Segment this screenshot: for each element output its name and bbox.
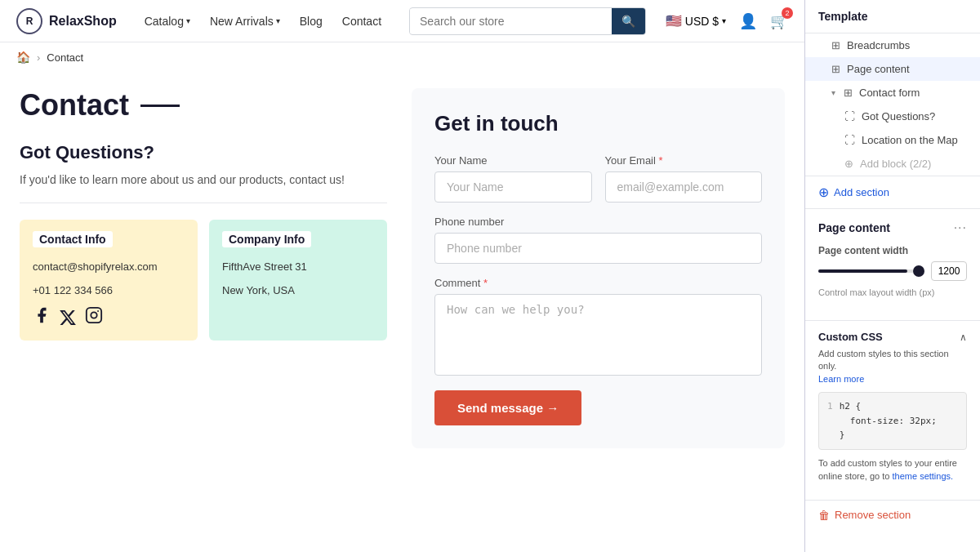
nav-blog[interactable]: Blog [292, 11, 331, 31]
email-required: * [659, 154, 663, 167]
tree-item-add-block[interactable]: ⊕ Add block (2/2) [805, 152, 980, 176]
css-editor[interactable]: 1h2 { font-size: 32px; } [818, 392, 967, 450]
panel-header: Template [805, 0, 980, 33]
breadcrumb-home[interactable]: 🏠 [16, 51, 30, 64]
settings-section: Page content ··· Page content width 1200… [805, 208, 980, 320]
grid-icon: ⊞ [831, 39, 840, 51]
grid-icon: ⊞ [831, 63, 840, 75]
twitter-x-icon[interactable] [59, 306, 77, 329]
corners-icon: ⛶ [844, 110, 855, 122]
plus-icon: ⊕ [844, 158, 853, 170]
logo[interactable]: R RelaxShop [16, 8, 117, 34]
tree-label-got-questions: Got Questions? [862, 110, 935, 122]
tree-item-got-questions[interactable]: ⛶ Got Questions? [805, 105, 980, 128]
add-section-button[interactable]: ⊕ Add section [805, 176, 980, 208]
company-info-title: Company Info [222, 231, 311, 247]
cart-icon[interactable]: 🛒 2 [770, 12, 788, 30]
name-input[interactable] [434, 171, 592, 203]
comment-required: * [483, 277, 488, 289]
nav-new-arrivals[interactable]: New Arrivals ▾ [202, 11, 288, 31]
breadcrumb-separator: › [37, 51, 40, 64]
width-slider-thumb[interactable] [913, 265, 924, 277]
flag-icon: 🇺🇸 [666, 13, 682, 29]
form-row-name-email: Your Name Your Email * [434, 154, 762, 203]
currency-label: USD $ [685, 15, 719, 28]
form-group-phone: Phone number [434, 216, 762, 264]
css-footer: To add custom styles to your entire onli… [818, 456, 967, 483]
send-button[interactable]: Send message → [434, 390, 581, 425]
company-address-line2: New York, USA [222, 283, 374, 300]
page-title: Contact [20, 88, 387, 122]
nav-contact[interactable]: Contact [334, 11, 390, 31]
contact-info-card: Contact Info contact@shopifyrelax.com +0… [20, 220, 198, 341]
breadcrumb: 🏠 › Contact [0, 42, 804, 72]
css-title: Custom CSS [818, 331, 883, 343]
company-address-line1: FifthAve Street 31 [222, 259, 374, 276]
width-value[interactable]: 1200 [931, 261, 967, 281]
company-info-card: Company Info FifthAve Street 31 New York… [209, 220, 387, 341]
form-title: Get in touch [434, 111, 762, 136]
phone-input[interactable] [434, 233, 762, 264]
settings-title-row: Page content ··· [818, 220, 967, 235]
chevron-down-icon: ▾ [831, 88, 835, 97]
currency-selector[interactable]: 🇺🇸 USD $ ▾ [666, 13, 726, 29]
contact-info-title: Contact Info [33, 231, 113, 247]
contact-phone: +01 122 334 566 [33, 283, 185, 300]
comment-label: Comment * [434, 277, 762, 289]
nav-catalog[interactable]: Catalog ▾ [136, 11, 198, 31]
right-column: Get in touch Your Name Your Email * [412, 88, 785, 536]
chevron-down-icon: ▾ [722, 16, 726, 25]
name-label: Your Name [434, 154, 592, 167]
css-line-num [827, 430, 833, 440]
got-questions-description: If you'd like to learn more about us and… [20, 173, 387, 186]
theme-settings-link[interactable]: theme settings. [893, 471, 954, 481]
chevron-up-icon[interactable]: ∧ [960, 332, 967, 343]
title-decoration [140, 105, 180, 107]
email-input[interactable] [605, 171, 763, 203]
contact-email: contact@shopifyrelax.com [33, 259, 185, 276]
instagram-icon[interactable] [85, 306, 103, 329]
search-button[interactable]: 🔍 [612, 8, 645, 34]
comment-textarea[interactable] [434, 294, 762, 376]
logo-icon: R [16, 8, 42, 34]
phone-label: Phone number [434, 216, 762, 228]
facebook-icon[interactable] [33, 306, 51, 329]
css-title-row: Custom CSS ∧ [818, 331, 967, 343]
width-slider-row: 1200 [818, 261, 967, 281]
search-input[interactable] [410, 9, 612, 33]
form-group-email: Your Email * [605, 154, 763, 203]
remove-section-button[interactable]: 🗑 Remove section [805, 500, 980, 530]
tree-item-breadcrumbs[interactable]: ⊞ Breadcrumbs [805, 33, 980, 57]
width-slider-track [818, 269, 923, 273]
form-group-name: Your Name [434, 154, 592, 203]
tree-label-page-content: Page content [847, 63, 910, 75]
svg-point-1 [91, 312, 96, 318]
tree-label-location: Location on the Map [862, 134, 958, 146]
tree-label-breadcrumbs: Breadcrumbs [847, 39, 910, 51]
tree-item-page-content[interactable]: ⊞ Page content [805, 57, 980, 81]
add-circle-icon: ⊕ [818, 185, 829, 200]
width-label: Page content width [818, 245, 967, 256]
divider [20, 203, 387, 203]
svg-rect-0 [87, 307, 101, 322]
css-description: Add custom styles to this section only. … [818, 348, 967, 385]
tree-item-contact-form[interactable]: ▾ ⊞ Contact form [805, 81, 980, 105]
cart-badge: 2 [782, 7, 793, 19]
right-panel: Template ⊞ Breadcrumbs ⊞ Page content ▾ … [804, 0, 980, 552]
svg-point-2 [97, 310, 99, 312]
social-icons [33, 306, 185, 329]
width-slider-fill [818, 269, 907, 273]
logo-text: RelaxShop [49, 14, 117, 29]
header: R RelaxShop Catalog ▾ New Arrivals ▾ Blo… [0, 0, 804, 42]
chevron-down-icon: ▾ [186, 16, 190, 25]
settings-title: Page content [818, 221, 890, 234]
css-learn-more-link[interactable]: Learn more [818, 374, 864, 384]
trash-icon: 🗑 [818, 509, 830, 522]
settings-more-button[interactable]: ··· [954, 220, 967, 235]
email-label: Your Email * [605, 154, 763, 167]
tree-item-location[interactable]: ⛶ Location on the Map [805, 128, 980, 152]
account-icon[interactable]: 👤 [739, 12, 757, 30]
search-bar: 🔍 [409, 7, 646, 35]
grid-icon: ⊞ [844, 87, 853, 99]
breadcrumb-current: Contact [47, 51, 83, 64]
